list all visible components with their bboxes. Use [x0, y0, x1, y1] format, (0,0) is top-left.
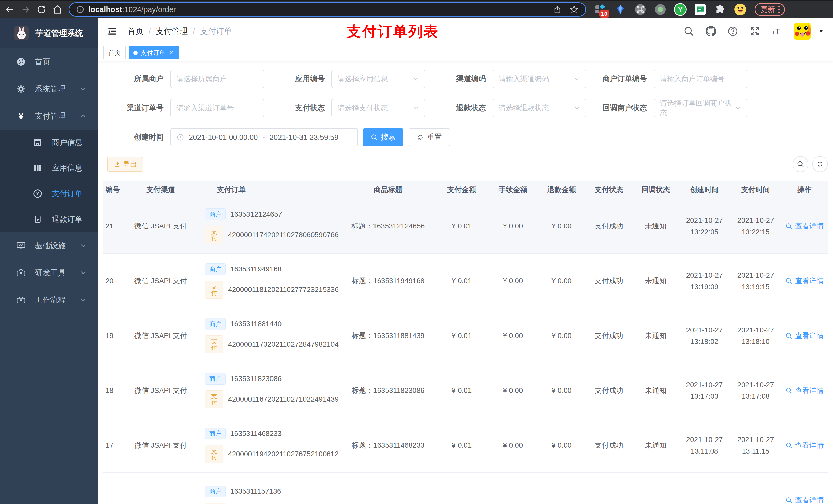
- payment-submenu: 商户信息 应用信息 ¥ 支付订单 退款订单: [0, 129, 98, 232]
- back-arrow-icon: [4, 4, 15, 15]
- tag-pay-order[interactable]: 支付订单: [128, 46, 179, 59]
- cell-amount: ¥ 0.01: [435, 441, 488, 450]
- merchant-select-input[interactable]: [170, 70, 264, 88]
- sidebar-item-payment[interactable]: ¥ 支付管理: [0, 102, 98, 129]
- share-icon[interactable]: [553, 5, 562, 14]
- browser-menu-icon[interactable]: [779, 6, 780, 13]
- merchant-order-no: 1635311823086: [230, 375, 282, 383]
- search-icon: [785, 332, 792, 339]
- sidebar-item-refund-order[interactable]: 退款订单: [0, 207, 98, 232]
- table-row[interactable]: 21 微信 JSAPI 支付 商户 1635312124657 支付 42000…: [103, 199, 828, 254]
- merchant-tag: 商户: [205, 485, 226, 497]
- sidebar-item-infrastructure[interactable]: 基础设施: [0, 232, 98, 259]
- refund-status-select[interactable]: 请选择退款状态: [493, 99, 586, 117]
- cell-create-time: 2021-10-27 13:22:05: [679, 215, 730, 238]
- tag-home[interactable]: 首页: [103, 46, 125, 59]
- cell-notify-status: 未通知: [633, 221, 679, 231]
- browser-update-button[interactable]: 更新: [755, 3, 785, 16]
- channel-order-no-input[interactable]: [170, 99, 264, 117]
- view-detail-link[interactable]: 查看详情: [785, 386, 824, 395]
- pay-tag: 支付: [205, 445, 223, 463]
- extensions-puzzle-icon[interactable]: [714, 3, 727, 16]
- date-range-picker[interactable]: 2021-10-01 00:00:00 - 2021-10-31 23:59:5…: [170, 128, 358, 146]
- extension-badge: 10: [599, 10, 609, 18]
- merchant-order-no-input[interactable]: [654, 70, 747, 88]
- toolbox-icon: [16, 268, 26, 278]
- user-avatar[interactable]: [793, 23, 811, 40]
- col-pay-status: 支付状态: [585, 185, 633, 195]
- cell-pay-time: 2021-10-27 13:22:15: [730, 215, 781, 238]
- extension-diamond-icon[interactable]: 10: [594, 3, 607, 16]
- browser-forward-button[interactable]: [20, 3, 32, 16]
- user-menu-caret-icon[interactable]: [818, 28, 824, 34]
- sidebar-item-workflow[interactable]: 工作流程: [0, 286, 98, 313]
- breadcrumb-pay-manage[interactable]: 支付管理: [156, 26, 188, 37]
- table-row[interactable]: 19 微信 JSAPI 支付 商户 1635311881440 支付 42000…: [103, 308, 828, 363]
- sidebar-item-merchant-info[interactable]: 商户信息: [0, 129, 98, 155]
- search-icon[interactable]: [684, 26, 694, 37]
- bookmark-star-icon[interactable]: [569, 5, 579, 14]
- sidebar-fold-icon[interactable]: [106, 26, 118, 37]
- view-detail-link[interactable]: 查看详情: [785, 331, 824, 341]
- sidebar-item-dev-tools[interactable]: 研发工具: [0, 259, 98, 286]
- cell-channel: 微信 JSAPI 支付: [123, 221, 198, 231]
- help-icon[interactable]: [728, 26, 738, 37]
- browser-reload-button[interactable]: [35, 3, 48, 16]
- table-row[interactable]: 18 微信 JSAPI 支付 商户 1635311823086 支付 42000…: [103, 363, 828, 418]
- forward-arrow-icon: [20, 4, 31, 15]
- cell-notify-status: 未通知: [633, 440, 679, 450]
- logo-bunny-image: [14, 26, 29, 41]
- view-detail-link[interactable]: 查看详情: [785, 221, 824, 231]
- svg-text:Y: Y: [678, 6, 683, 14]
- sidebar-item-label: 商户信息: [52, 137, 82, 148]
- shop-icon: [33, 138, 43, 147]
- extension-gem-icon[interactable]: [614, 3, 627, 16]
- reload-icon: [36, 4, 47, 15]
- channel-code-select[interactable]: 请输入渠道编码: [493, 70, 586, 88]
- browser-back-button[interactable]: [4, 3, 16, 16]
- reset-button[interactable]: 重置: [409, 128, 450, 146]
- app-select[interactable]: 请选择应用信息: [331, 70, 425, 88]
- svg-text:T: T: [772, 30, 775, 35]
- gear-icon: [16, 84, 26, 94]
- close-icon[interactable]: [169, 50, 174, 55]
- sidebar-item-home[interactable]: 首页: [0, 48, 98, 75]
- extension-y-icon[interactable]: Y: [674, 3, 687, 16]
- table-row[interactable]: 20 微信 JSAPI 支付 商户 1635311949168 支付 42000…: [103, 254, 828, 308]
- sidebar-item-pay-order[interactable]: ¥ 支付订单: [0, 181, 98, 207]
- toggle-search-button[interactable]: [792, 156, 808, 172]
- search-icon: [785, 278, 792, 285]
- breadcrumb-home[interactable]: 首页: [127, 26, 143, 37]
- table-row[interactable]: 商户 1635311157136 支付 查看详: [103, 473, 828, 504]
- cell-channel: 微信 JSAPI 支付: [123, 440, 198, 450]
- github-icon[interactable]: [706, 26, 716, 37]
- browser-home-button[interactable]: [51, 3, 64, 16]
- chevron-down-icon: [735, 105, 741, 112]
- sidebar-item-system[interactable]: 系统管理: [0, 75, 98, 102]
- notify-status-select[interactable]: 请选择订单回调商户状态: [654, 99, 747, 117]
- cell-refund: ¥ 0.00: [538, 332, 585, 340]
- view-detail-link[interactable]: 查看详情: [785, 440, 824, 450]
- view-detail-link[interactable]: 查看详情: [785, 495, 824, 504]
- profile-emoji-icon[interactable]: [734, 3, 747, 16]
- cell-amount: ¥ 0.01: [435, 332, 488, 340]
- refresh-table-button[interactable]: [812, 156, 828, 172]
- extension-command-icon[interactable]: [634, 3, 647, 16]
- font-size-icon[interactable]: TT: [771, 26, 782, 37]
- table-row[interactable]: 17 微信 JSAPI 支付 商户 1635311468233 支付 42000…: [103, 418, 828, 473]
- search-icon: [785, 497, 792, 504]
- cell-notify-status: 未通知: [633, 386, 679, 395]
- sidebar-item-app-info[interactable]: 应用信息: [0, 155, 98, 181]
- cell-order: 商户 1635311881440 支付 42000011732021102728…: [198, 318, 341, 354]
- extension-chat-icon[interactable]: [694, 3, 707, 16]
- export-button[interactable]: 导出: [107, 157, 143, 172]
- site-info-icon[interactable]: [76, 5, 84, 14]
- search-form: 所属商户 应用编号 请选择应用信息 渠道编码 请输入渠道编码 商户订单编号: [103, 62, 828, 146]
- search-button[interactable]: 搜索: [363, 128, 403, 146]
- view-detail-link[interactable]: 查看详情: [785, 276, 824, 286]
- pay-status-select[interactable]: 请选择支付状态: [331, 99, 425, 117]
- extension-record-icon[interactable]: [654, 3, 667, 16]
- address-bar[interactable]: localhost:1024/pay/order: [69, 2, 586, 17]
- cell-id: 21: [103, 222, 123, 230]
- fullscreen-icon[interactable]: [749, 26, 760, 37]
